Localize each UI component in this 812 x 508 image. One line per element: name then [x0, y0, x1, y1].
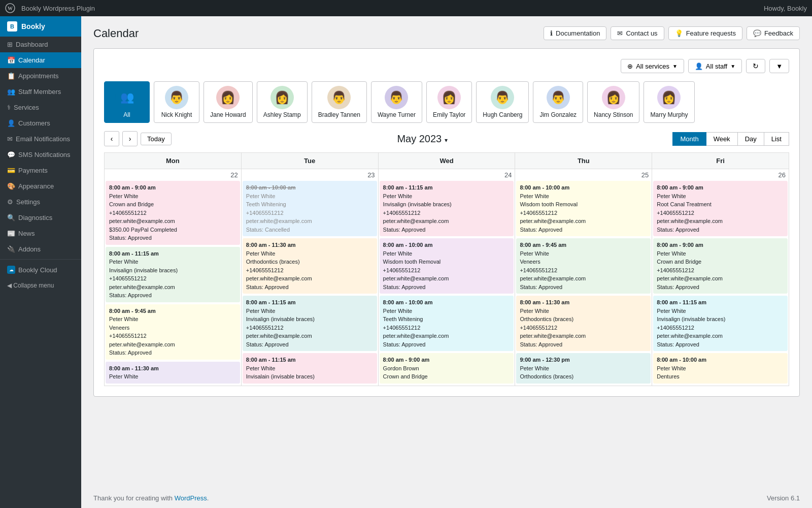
feedback-button[interactable]: 💬 Feedback [747, 26, 800, 40]
sidebar-brand[interactable]: B Bookly [0, 16, 81, 37]
staff-card-nancy[interactable]: 👩 Nancy Stinson [587, 81, 639, 123]
sidebar-item-diagnostics[interactable]: 🔍 Diagnostics [0, 210, 81, 226]
view-day-button[interactable]: Day [737, 132, 764, 146]
event-service: Invisalign (invisable braces) [109, 266, 236, 275]
sidebar-item-appointments[interactable]: 📋 Appointments [0, 68, 81, 84]
staff-card-all[interactable]: 👥 All [104, 81, 150, 123]
event-card[interactable]: 8:00 am - 10:00 am Peter White Teeth Whi… [380, 296, 514, 351]
event-time: 8:00 am - 10:00 am [657, 356, 784, 364]
staff-card-bradley[interactable]: 👨 Bradley Tannen [312, 81, 367, 123]
event-card[interactable]: 8:00 am - 9:45 am Peter White Veneers +1… [516, 238, 651, 294]
sidebar-item-news[interactable]: 📰 News [0, 226, 81, 241]
staff-card-jim[interactable]: 👨 Jim Gonzalez [533, 81, 583, 123]
event-phone: +14065551212 [109, 332, 236, 340]
services-icon: ⚕ [7, 104, 11, 111]
wordpress-link[interactable]: WordPress [175, 494, 207, 502]
event-card[interactable]: 8:00 am - 9:00 am Peter White Crown and … [653, 238, 788, 294]
event-time: 8:00 am - 9:00 am [109, 183, 236, 192]
today-button[interactable]: Today [141, 133, 172, 145]
event-card[interactable]: 8:00 am - 11:15 am Peter White Invisalig… [243, 296, 377, 351]
sidebar-item-customers[interactable]: 👤 Customers [0, 115, 81, 131]
sidebar-item-sms-notifications[interactable]: 💬 SMS Notifications [0, 147, 81, 163]
event-time: 8:00 am - 11:30 am [246, 241, 374, 249]
sidebar-collapse-button[interactable]: ◀ Collapse menu [0, 278, 81, 293]
event-time: 8:00 am - 11:15 am [109, 249, 236, 258]
staff-avatar-bradley: 👨 [327, 86, 351, 109]
event-card[interactable]: 8:00 am - 11:30 am Peter White Orthodont… [243, 238, 377, 294]
feature-requests-button[interactable]: 💡 Feature requests [668, 26, 742, 40]
event-card[interactable]: 9:00 am - 12:30 pm Peter White Orthodont… [516, 353, 651, 384]
sidebar-divider [0, 259, 81, 260]
documentation-button[interactable]: ℹ Documentation [544, 26, 606, 40]
event-card[interactable]: 8:00 am - 11:30 am Peter White [106, 362, 240, 384]
event-status: Status: Approved [109, 291, 236, 300]
sidebar-item-staff[interactable]: 👥 Staff Members [0, 84, 81, 100]
day-cell-26: 26 8:00 am - 9:00 am Peter White Root Ca… [652, 169, 789, 386]
staff-card-hugh[interactable]: 👨 Hugh Canberg [476, 81, 529, 123]
topbar: W Bookly Wordpress Plugin Howdy, Bookly [0, 0, 812, 16]
view-week-button[interactable]: Week [706, 132, 738, 146]
event-person: Peter White [383, 307, 511, 315]
staff-name-nancy: Nancy Stinson [594, 111, 633, 118]
staff-card-marry[interactable]: 👩 Marry Murphy [644, 81, 694, 123]
event-card[interactable]: 8:00 am - 9:00 am Peter White Root Canal… [653, 181, 788, 236]
all-services-filter[interactable]: ⊕ All services ▼ [621, 59, 684, 73]
event-status: Status: Approved [383, 283, 511, 292]
cal-nav-left: ‹ › Today [104, 131, 172, 146]
event-card[interactable]: 8:00 am - 11:15 am Peter White Invisalig… [106, 247, 240, 302]
sidebar-item-appearance[interactable]: 🎨 Appearance [0, 178, 81, 194]
sidebar-item-services[interactable]: ⚕ Services [0, 100, 81, 115]
sidebar-item-payments[interactable]: 💳 Payments [0, 163, 81, 178]
event-card[interactable]: 8:00 am - 9:00 am Gordon Brown Crown and… [380, 353, 514, 384]
more-options-button[interactable]: ▼ [769, 59, 789, 73]
appointments-icon: 📋 [7, 72, 15, 80]
view-list-button[interactable]: List [764, 132, 789, 146]
payments-icon: 💳 [7, 167, 15, 174]
sidebar-item-cloud[interactable]: ☁ Bookly Cloud [0, 262, 81, 278]
event-card[interactable]: 8:00 am - 11:15 am Peter White Invisalig… [653, 296, 788, 351]
staff-card-ashley[interactable]: 👩 Ashley Stamp [257, 81, 308, 123]
sidebar-item-addons[interactable]: 🔌 Addons [0, 241, 81, 257]
event-card[interactable]: 8:00 am - 10:00 am Peter White Dentures [653, 353, 788, 384]
event-amount: $350.00 PayPal Completed [109, 226, 236, 234]
event-card[interactable]: 8:00 am - 9:45 am Peter White Veneers +1… [106, 304, 240, 360]
event-card[interactable]: 8:00 am - 10:00 am Peter White Wisdom to… [380, 238, 514, 294]
event-card[interactable]: 8:00 am - 10:00 am Peter White Teeth Whi… [243, 181, 377, 236]
event-service: Teeth Whitening [383, 315, 511, 324]
day-number-24: 24 [379, 169, 515, 181]
events-25: 8:00 am - 10:00 am Peter White Wisdom to… [515, 181, 652, 386]
sidebar-item-calendar[interactable]: 📅 Calendar [0, 52, 81, 68]
prev-month-button[interactable]: ‹ [104, 131, 119, 146]
event-service: Wisdom tooth Removal [383, 258, 511, 266]
all-staff-filter[interactable]: 👤 All staff ▼ [688, 59, 742, 73]
sidebar-item-settings[interactable]: ⚙ Settings [0, 194, 81, 210]
event-person: Peter White [520, 307, 647, 315]
event-time: 8:00 am - 11:30 am [109, 364, 236, 373]
sidebar-item-dashboard[interactable]: ⊞ Dashboard [0, 37, 81, 52]
day-number-22: 22 [105, 169, 241, 181]
wp-logo-icon: W [5, 3, 15, 13]
event-card[interactable]: 8:00 am - 9:00 am Peter White Crown and … [106, 181, 240, 245]
staff-name-hugh: Hugh Canberg [483, 111, 522, 118]
staff-card-wayne[interactable]: 👨 Wayne Turner [371, 81, 422, 123]
event-card[interactable]: 8:00 am - 11:15 am Peter White Invisalai… [243, 353, 377, 384]
staff-name-jim: Jim Gonzalez [539, 111, 577, 118]
sidebar-label-appointments: Appointments [18, 72, 59, 80]
event-card[interactable]: 8:00 am - 10:00 am Peter White Wisdom to… [516, 181, 651, 236]
contact-icon: ✉ [617, 29, 623, 37]
next-month-button[interactable]: › [122, 131, 138, 146]
contact-us-button[interactable]: ✉ Contact us [611, 26, 664, 40]
event-card[interactable]: 8:00 am - 11:15 am Peter White Invisalig… [380, 181, 514, 236]
col-header-tue: Tue [241, 153, 378, 169]
staff-card-jane[interactable]: 👩 Jane Howard [204, 81, 253, 123]
staff-card-nick[interactable]: 👨 Nick Knight [154, 81, 199, 123]
staff-card-emily[interactable]: 👩 Emily Taylor [426, 81, 472, 123]
event-card[interactable]: 8:00 am - 11:30 am Peter White Orthodont… [516, 296, 651, 351]
refresh-button[interactable]: ↻ [746, 59, 765, 73]
month-year-title[interactable]: May 2023 ▾ [397, 133, 447, 145]
sidebar: B Bookly ⊞ Dashboard 📅 Calendar 📋 Appoin… [0, 16, 81, 508]
header-buttons: ℹ Documentation ✉ Contact us 💡 Feature r… [544, 26, 800, 40]
sidebar-item-email-notifications[interactable]: ✉ Email Notifications [0, 131, 81, 147]
view-month-button[interactable]: Month [672, 132, 706, 146]
event-time: 8:00 am - 11:15 am [246, 298, 374, 307]
